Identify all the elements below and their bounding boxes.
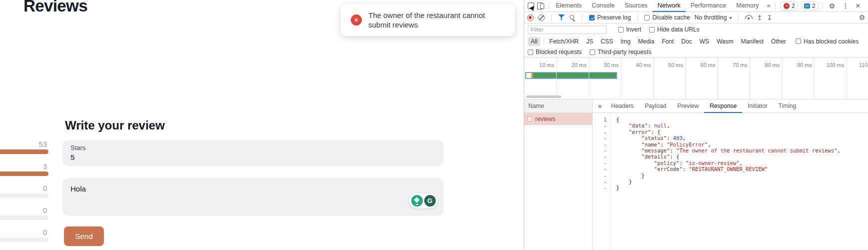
disable-cache-toggle[interactable]: Disable cache — [644, 14, 690, 21]
gutter-line-marker[interactable]: - — [593, 178, 607, 184]
review-textarea[interactable]: Hola G — [62, 178, 444, 216]
devtools-tab-elements[interactable]: Elements — [551, 0, 587, 12]
settings-gear-icon[interactable]: ⚙ — [825, 2, 840, 10]
timeline-selection[interactable] — [525, 72, 617, 79]
type-filter-all[interactable]: All — [528, 37, 540, 46]
grammarly-logo-icon[interactable]: G — [424, 195, 436, 206]
gutter-line-marker[interactable]: - — [593, 122, 607, 128]
clear-network-log-icon[interactable] — [538, 14, 545, 21]
timeline-gridline — [718, 58, 718, 99]
response-tab-headers[interactable]: Headers — [606, 100, 639, 113]
disable-cache-label: Disable cache — [652, 14, 690, 21]
timeline-tick-label: 80 ms — [752, 62, 780, 68]
timeline-tick-label: 50 ms — [655, 62, 683, 68]
network-conditions-icon[interactable] — [745, 14, 752, 20]
invert-checkbox[interactable] — [618, 27, 624, 32]
preserve-log-label: Preserve log — [597, 14, 631, 21]
blocked-requests-checkbox[interactable] — [528, 50, 533, 55]
devtools-tab-network[interactable]: Network — [653, 0, 686, 12]
type-filter-manifest[interactable]: Manifest — [738, 37, 767, 46]
type-filter-img[interactable]: Img — [618, 37, 634, 46]
chevron-down-icon: ▾ — [729, 15, 732, 20]
response-tab-timing[interactable]: Timing — [773, 100, 802, 113]
gutter-line-marker[interactable]: - — [593, 166, 607, 172]
close-detail-icon[interactable]: × — [598, 102, 602, 110]
gutter-line-marker[interactable]: - — [593, 129, 607, 135]
response-tab-preview[interactable]: Preview — [672, 100, 705, 113]
rating-row: 0 — [0, 206, 48, 220]
type-filter-ws[interactable]: WS — [697, 37, 712, 46]
grammarly-suggestion-icon[interactable] — [411, 195, 423, 206]
export-har-icon[interactable]: ↧ — [767, 14, 772, 22]
gutter-line-marker[interactable]: - — [593, 142, 607, 148]
hide-data-urls-checkbox[interactable] — [649, 27, 655, 32]
type-filter-doc[interactable]: Doc — [678, 37, 695, 46]
request-row-reviews[interactable]: reviews — [524, 113, 592, 125]
timeline-gridline — [621, 58, 621, 99]
type-filter-other[interactable]: Other — [768, 37, 789, 46]
gutter-line-marker[interactable]: - — [593, 160, 607, 166]
throttling-dropdown[interactable]: No throttling ▾ — [695, 14, 732, 21]
third-party-requests-checkbox[interactable] — [590, 50, 595, 55]
inspect-element-icon[interactable] — [528, 2, 534, 9]
timeline-tick-label: 100 ms — [817, 62, 845, 68]
response-tab-payload[interactable]: Payload — [639, 100, 672, 113]
type-filter-wasm[interactable]: Wasm — [714, 37, 737, 46]
devtools-tab-console[interactable]: Console — [587, 0, 620, 12]
network-timeline-overview[interactable]: 10 ms20 ms30 ms40 ms50 ms60 ms70 ms80 ms… — [524, 58, 868, 100]
devtools-tab-memory[interactable]: Memory — [731, 0, 764, 12]
type-filter-media[interactable]: Media — [635, 37, 658, 46]
timeline-gridline — [750, 58, 750, 99]
send-button[interactable]: Send — [64, 226, 104, 246]
record-network-log-icon[interactable] — [527, 14, 534, 21]
invert-toggle[interactable]: Invert — [618, 26, 641, 33]
type-filter-font[interactable]: Font — [659, 37, 677, 46]
type-filter-js[interactable]: JS — [583, 37, 596, 46]
response-tab-initiator[interactable]: Initiator — [742, 100, 773, 113]
gutter-line-marker[interactable]: - — [593, 172, 607, 178]
network-filter-input[interactable] — [528, 26, 607, 34]
gutter-line-marker[interactable]: - — [593, 148, 607, 154]
disable-cache-checkbox[interactable] — [644, 15, 650, 20]
type-filter-fetch-xhr[interactable]: Fetch/XHR — [546, 37, 582, 46]
third-party-requests-toggle[interactable]: Third-party requests — [590, 48, 651, 56]
divider — [544, 38, 544, 45]
devtools-tab-bar: ElementsConsoleSourcesNetworkPerformance… — [524, 0, 868, 12]
search-network-icon[interactable] — [569, 14, 576, 21]
gutter-line-marker[interactable]: - — [593, 184, 607, 190]
gutter-line-marker[interactable]: 1 — [593, 116, 607, 122]
devtools-tab-performance[interactable]: Performance — [686, 0, 732, 12]
filter-funnel-icon[interactable] — [558, 14, 565, 20]
kebab-menu-icon[interactable]: ⋮ — [839, 2, 852, 10]
request-filter-row: Blocked requests Third-party requests — [524, 47, 868, 58]
response-tab-response[interactable]: Response — [704, 100, 742, 113]
response-json: { "data": null, "error": { "status": 403… — [611, 113, 841, 250]
import-har-icon[interactable]: ↥ — [757, 14, 762, 22]
network-settings-gear-icon[interactable]: ⚙ — [859, 14, 865, 22]
hide-data-urls-toggle[interactable]: Hide data URLs — [649, 26, 700, 33]
has-blocked-cookies-checkbox[interactable] — [796, 38, 801, 44]
third-party-requests-label: Third-party requests — [598, 48, 651, 56]
device-toolbar-icon[interactable] — [537, 2, 544, 9]
response-json-line: } — [616, 184, 841, 190]
more-tabs-icon[interactable]: » — [764, 0, 773, 12]
devtools-tab-sources[interactable]: Sources — [620, 0, 653, 12]
blocked-requests-toggle[interactable]: Blocked requests — [528, 48, 582, 56]
page-title: Reviews — [23, 0, 87, 16]
stars-field[interactable]: Stars 5 — [62, 140, 444, 166]
request-detail-tabs: × HeadersPayloadPreviewResponseInitiator… — [593, 100, 868, 113]
preserve-log-checkbox[interactable] — [589, 15, 595, 20]
rating-row: 0 — [0, 184, 48, 198]
errors-badge[interactable]: × 2 — [781, 2, 798, 10]
gutter-line-marker[interactable]: - — [593, 154, 607, 160]
has-blocked-cookies-toggle[interactable]: Has blocked cookies — [796, 38, 859, 45]
type-filter-css[interactable]: CSS — [598, 37, 616, 46]
response-json-line: "errCode": "RESTAURANT_OWNER_REVIEW" — [616, 166, 841, 172]
issues-badge[interactable]: 2 — [801, 2, 819, 10]
gutter-line-marker[interactable]: - — [593, 135, 607, 141]
name-column-header[interactable]: Name — [524, 100, 592, 113]
close-devtools-icon[interactable]: × — [852, 2, 864, 10]
preserve-log-toggle[interactable]: Preserve log — [589, 14, 631, 21]
timeline-tick-label: 70 ms — [720, 62, 748, 68]
grammarly-widget[interactable]: G — [409, 193, 438, 208]
